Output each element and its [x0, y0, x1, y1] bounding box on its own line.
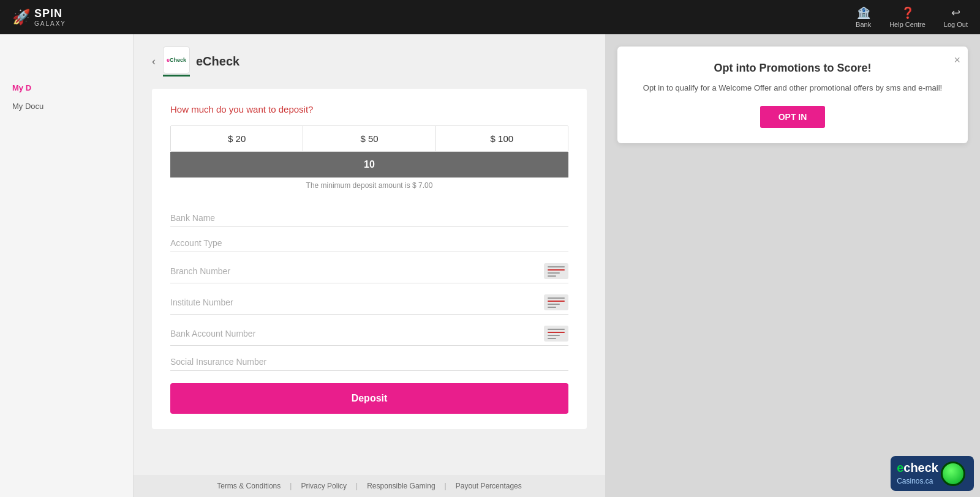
- footer-privacy[interactable]: Privacy Policy: [301, 482, 347, 490]
- sidebar-my-doc-label: My Docu: [0, 99, 133, 114]
- branch-number-field: [170, 252, 568, 283]
- modal-panel: ‹ eCheck eCheck How much do you want to …: [134, 34, 605, 497]
- custom-amount-container: [170, 152, 568, 177]
- social-insurance-number-field: [170, 346, 568, 371]
- logo-galaxy: GALAXY: [34, 20, 66, 27]
- account-type-field: [170, 227, 568, 252]
- logo: 🚀 SPIN GALAXY: [12, 7, 66, 27]
- bank-account-number-icon: [544, 326, 568, 342]
- sidebar-my-d-label: My D: [0, 34, 133, 99]
- rocket-icon: 🚀: [12, 9, 31, 26]
- echeck-badge: eCheck: [163, 47, 190, 73]
- bank-name-input[interactable]: [170, 213, 568, 223]
- navbar-right: 🏦 Bank ❓ Help Centre ↩ Log Out: [856, 6, 968, 28]
- bank-account-number-input[interactable]: [170, 329, 538, 338]
- help-icon: ❓: [901, 6, 914, 20]
- amount-button-20[interactable]: $ 20: [171, 126, 303, 151]
- branch-number-icon: [544, 263, 568, 279]
- promo-description: Opt in to qualify for a Welcome Offer an…: [630, 82, 956, 95]
- footer-responsible[interactable]: Responsible Gaming: [367, 482, 435, 490]
- amount-button-50[interactable]: $ 50: [303, 126, 435, 151]
- promo-close-button[interactable]: ×: [954, 54, 960, 67]
- echeck-logo: eCheck eCheck: [163, 47, 239, 77]
- amount-buttons-row: $ 20 $ 50 $ 100: [170, 125, 568, 152]
- institute-number-icon: [544, 294, 568, 310]
- footer-payout[interactable]: Payout Percentages: [456, 482, 522, 490]
- sidebar: My D My Docu: [0, 34, 134, 497]
- custom-amount-input[interactable]: [170, 152, 568, 177]
- help-nav-label: Help Centre: [889, 21, 925, 28]
- help-nav-item[interactable]: ❓ Help Centre: [889, 6, 925, 28]
- institute-number-input[interactable]: [170, 297, 538, 307]
- opt-in-button[interactable]: OPT IN: [760, 106, 826, 128]
- logout-icon: ↩: [951, 6, 960, 20]
- echeck-watermark: echeck Casinos.ca: [891, 456, 974, 491]
- logout-nav-item[interactable]: ↩ Log Out: [944, 6, 968, 28]
- promo-card: × Opt into Promotions to Score! Opt in t…: [617, 47, 968, 143]
- amount-button-100[interactable]: $ 100: [436, 126, 568, 151]
- branch-number-input[interactable]: [170, 266, 538, 276]
- bank-icon: 🏦: [857, 6, 870, 20]
- form-area: How much do you want to deposit? $ 20 $ …: [152, 89, 587, 429]
- social-insurance-number-input[interactable]: [170, 357, 568, 367]
- echeck-wm-ball: [941, 461, 965, 486]
- footer: Terms & Conditions | Privacy Policy | Re…: [134, 475, 605, 497]
- logout-nav-label: Log Out: [944, 21, 968, 28]
- promo-title: Opt into Promotions to Score!: [630, 62, 956, 75]
- back-button[interactable]: ‹: [152, 55, 156, 68]
- footer-terms[interactable]: Terms & Conditions: [217, 482, 281, 490]
- account-type-input[interactable]: [170, 238, 568, 248]
- bank-nav-item[interactable]: 🏦 Bank: [856, 6, 871, 28]
- right-panel: × Opt into Promotions to Score! Opt in t…: [605, 34, 980, 497]
- logo-spin: SPIN: [34, 7, 66, 20]
- bank-name-field: [170, 202, 568, 227]
- navbar: 🚀 SPIN GALAXY 🏦 Bank ❓ Help Centre ↩ Log…: [0, 0, 980, 34]
- min-deposit-text: The minimum deposit amount is $ 7.00: [170, 181, 568, 190]
- echeck-header: ‹ eCheck eCheck: [134, 34, 605, 89]
- deposit-button[interactable]: Deposit: [170, 383, 568, 414]
- bank-account-number-field: [170, 315, 568, 346]
- echeck-title: eCheck: [196, 54, 239, 69]
- deposit-question: How much do you want to deposit?: [170, 104, 568, 114]
- institute-number-field: [170, 283, 568, 315]
- bank-nav-label: Bank: [856, 21, 871, 28]
